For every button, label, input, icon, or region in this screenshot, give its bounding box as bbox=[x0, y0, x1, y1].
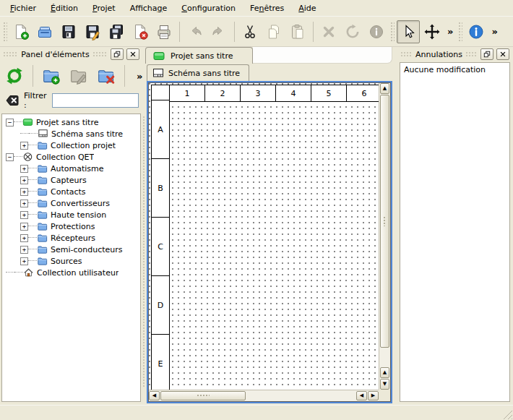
expand-icon[interactable]: + bbox=[20, 200, 28, 207]
save-button[interactable] bbox=[57, 20, 80, 43]
tree-item-projet-sans-titre[interactable]: −Projet sans titre bbox=[2, 116, 140, 128]
toolbar-extension-chevron[interactable]: » bbox=[444, 26, 456, 37]
filter-input[interactable] bbox=[52, 93, 139, 108]
menu-aide[interactable]: Aide bbox=[291, 1, 323, 15]
tab-schema[interactable]: Schéma sans titre bbox=[147, 64, 249, 81]
expand-icon[interactable]: + bbox=[20, 223, 28, 231]
open-project-button[interactable] bbox=[33, 20, 56, 43]
copy-button[interactable] bbox=[262, 20, 285, 43]
float-window-icon[interactable] bbox=[480, 48, 493, 60]
menu-fichier[interactable]: Fichier bbox=[3, 1, 43, 15]
tree-item-schema-sans-titre[interactable]: Schéma sans titre bbox=[2, 128, 140, 140]
float-window-icon[interactable] bbox=[111, 48, 124, 60]
tree-item-label: Convertisseurs bbox=[51, 199, 110, 208]
expand-icon[interactable]: + bbox=[20, 211, 28, 219]
print-icon bbox=[155, 23, 173, 40]
expand-icon[interactable]: + bbox=[20, 176, 28, 184]
home-icon bbox=[23, 267, 34, 278]
tree-item-label: Collection utilisateur bbox=[37, 268, 118, 278]
toolbar-separator bbox=[33, 65, 33, 87]
folder-edit-button[interactable] bbox=[66, 64, 91, 88]
collapse-icon[interactable]: − bbox=[6, 153, 14, 161]
undo-history-item[interactable]: Aucune modification bbox=[400, 64, 509, 76]
undo-panel-titlebar[interactable]: Annulations bbox=[398, 47, 512, 61]
expand-icon[interactable]: + bbox=[20, 257, 28, 265]
vertical-scrollbar-thumb[interactable] bbox=[380, 95, 389, 348]
tree-connector bbox=[28, 191, 37, 192]
tree-item-collection-qet[interactable]: −Collection QET bbox=[2, 151, 140, 163]
close-file-button[interactable] bbox=[129, 20, 152, 43]
menu-configuration[interactable]: Configuration bbox=[174, 1, 243, 15]
expand-icon[interactable]: + bbox=[20, 246, 28, 254]
tree-item-semi-conducteurs[interactable]: +Semi-conducteurs bbox=[2, 244, 140, 255]
paste-button[interactable] bbox=[286, 20, 309, 43]
paste-icon bbox=[289, 23, 306, 40]
rotate-button[interactable] bbox=[341, 20, 364, 43]
new-document-button[interactable] bbox=[9, 20, 33, 43]
scroll-down-icon[interactable]: ▼ bbox=[380, 379, 389, 390]
folder-delete-button[interactable] bbox=[94, 64, 118, 88]
scroll-left-icon[interactable]: ◀ bbox=[149, 391, 160, 400]
titlebar-texture bbox=[465, 51, 478, 58]
tab-project[interactable]: Projet sans titre bbox=[145, 47, 253, 64]
tree-item-capteurs[interactable]: +Capteurs bbox=[2, 174, 140, 186]
tree-item-recepteurs[interactable]: +Récepteurs bbox=[2, 232, 140, 244]
toolbar-extension-chevron[interactable]: » bbox=[488, 26, 500, 37]
scroll-up-icon[interactable]: ▲ bbox=[380, 83, 389, 94]
toolbar-handle[interactable] bbox=[458, 22, 462, 42]
tree-item-convertisseurs[interactable]: +Convertisseurs bbox=[2, 197, 140, 209]
horizontal-scrollbar-thumb[interactable] bbox=[160, 391, 246, 400]
tree-item-contacts[interactable]: +Contacts bbox=[2, 186, 140, 197]
toolbar-extension-chevron[interactable]: » bbox=[134, 71, 145, 82]
cut-button[interactable] bbox=[238, 20, 262, 43]
tree-item-collection-projet[interactable]: +Collection projet bbox=[2, 140, 140, 151]
select-mode-button[interactable] bbox=[397, 20, 420, 43]
scroll-up-icon[interactable]: ▲ bbox=[380, 367, 389, 378]
scroll-left-icon[interactable]: ◀ bbox=[356, 391, 367, 400]
refresh-button[interactable] bbox=[2, 64, 27, 88]
horizontal-scrollbar[interactable]: ◀ ◀ ▶ bbox=[149, 390, 379, 401]
tree-item-automatisme[interactable]: +Automatisme bbox=[2, 163, 140, 174]
menu-fenetres[interactable]: Fenêtres bbox=[243, 1, 291, 15]
diagram-canvas[interactable]: 123456 ABCDE bbox=[149, 83, 379, 390]
toolbar-handle[interactable] bbox=[390, 22, 395, 42]
expand-icon[interactable]: + bbox=[20, 142, 28, 150]
tree-item-collection-utilisateur[interactable]: Collection utilisateur bbox=[2, 267, 140, 278]
row-header: C bbox=[151, 217, 170, 276]
filter-clear-icon[interactable] bbox=[5, 94, 20, 107]
save-as-button[interactable] bbox=[81, 20, 104, 43]
menu-projet[interactable]: Projet bbox=[85, 1, 123, 15]
tree-item-haute-tension[interactable]: +Haute tension bbox=[2, 209, 140, 220]
menu-affichage[interactable]: Affichage bbox=[123, 1, 175, 15]
expand-icon[interactable]: + bbox=[20, 234, 28, 242]
redo-button[interactable] bbox=[207, 20, 230, 43]
print-button[interactable] bbox=[152, 20, 176, 43]
folder-new-button[interactable] bbox=[39, 64, 64, 88]
menu-edition[interactable]: Édition bbox=[43, 1, 85, 15]
tree-connector bbox=[29, 133, 38, 134]
expand-icon[interactable]: + bbox=[20, 165, 28, 173]
close-panel-icon[interactable] bbox=[126, 48, 139, 60]
scroll-right-icon[interactable]: ▶ bbox=[368, 391, 379, 400]
delete-button[interactable] bbox=[317, 20, 340, 43]
undo-button[interactable] bbox=[184, 20, 207, 43]
column-header: 2 bbox=[204, 85, 241, 102]
collapse-icon[interactable]: − bbox=[6, 119, 14, 127]
elements-panel-titlebar[interactable]: Panel d'éléments bbox=[1, 47, 142, 61]
row-header: E bbox=[151, 334, 170, 390]
vertical-scrollbar[interactable]: ▲ ▲ ▼ bbox=[379, 83, 390, 390]
save-all-button[interactable] bbox=[105, 20, 128, 43]
expand-icon[interactable]: + bbox=[20, 188, 28, 196]
tree-item-protections[interactable]: +Protections bbox=[2, 220, 140, 232]
tree-connector bbox=[28, 202, 37, 204]
tree-item-sources[interactable]: +Sources bbox=[2, 255, 140, 267]
row-header: B bbox=[151, 158, 170, 218]
close-panel-icon[interactable] bbox=[496, 48, 509, 60]
resize-grip[interactable] bbox=[502, 409, 512, 419]
move-mode-button[interactable] bbox=[421, 20, 444, 43]
toolbar-handle[interactable] bbox=[3, 22, 7, 42]
tree-connector bbox=[28, 179, 37, 181]
info-blue-button[interactable] bbox=[465, 20, 488, 43]
tree-connector bbox=[14, 156, 22, 158]
info-gray-button[interactable] bbox=[365, 20, 388, 43]
